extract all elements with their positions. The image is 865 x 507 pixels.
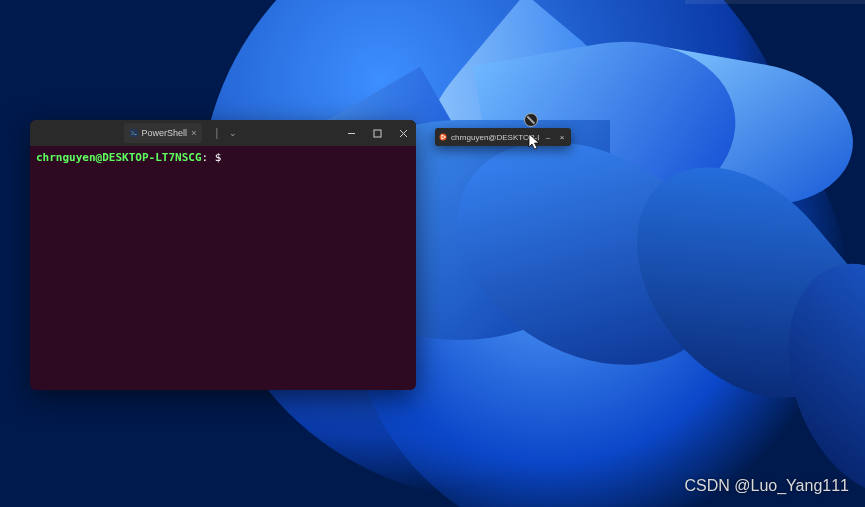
svg-point-8 <box>441 135 443 137</box>
terminal-window[interactable]: PowerShell × │ ⌄ chrnguyen@DESKTOP-LT7NS… <box>30 120 416 390</box>
detached-tab-window[interactable]: chrnguyen@DESKTOP-LT7NSCG:~ – × <box>435 128 571 146</box>
tab-actions: │ ⌄ <box>206 126 244 140</box>
prompt-user-host: chrnguyen@DESKTOP-LT7NSCG <box>36 151 202 164</box>
no-drop-icon <box>524 113 538 127</box>
svg-point-7 <box>444 136 446 138</box>
close-button[interactable] <box>390 120 416 146</box>
terminal-body[interactable]: chrnguyen@DESKTOP-LT7NSCG: $ <box>30 146 416 169</box>
detached-tab-minimize[interactable]: – <box>543 133 553 142</box>
tab-label: PowerShell <box>142 128 188 138</box>
minimize-button[interactable] <box>338 120 364 146</box>
maximize-button[interactable] <box>364 120 390 146</box>
close-icon <box>399 129 408 138</box>
window-titlebar[interactable]: PowerShell × │ ⌄ <box>30 120 416 146</box>
svg-point-9 <box>441 138 443 140</box>
prompt-symbol: $ <box>215 151 222 164</box>
minimize-icon <box>347 129 356 138</box>
detached-tab-close[interactable]: × <box>557 133 567 142</box>
prompt-separator: : <box>202 151 209 164</box>
ubuntu-icon <box>439 133 447 141</box>
tab-powershell[interactable]: PowerShell × <box>124 123 203 143</box>
tab-strip: PowerShell × │ ⌄ <box>30 120 338 146</box>
svg-rect-2 <box>374 130 381 137</box>
powershell-icon <box>130 129 138 137</box>
watermark-text: CSDN @Luo_Yang111 <box>685 477 850 495</box>
window-controls <box>338 120 416 146</box>
tab-dropdown-button[interactable]: ⌄ <box>226 126 240 140</box>
tab-close-button[interactable]: × <box>191 128 196 138</box>
new-tab-button[interactable]: │ <box>210 126 224 140</box>
detached-tab-title: chrnguyen@DESKTOP-LT7NSCG:~ <box>451 133 539 142</box>
maximize-icon <box>373 129 382 138</box>
